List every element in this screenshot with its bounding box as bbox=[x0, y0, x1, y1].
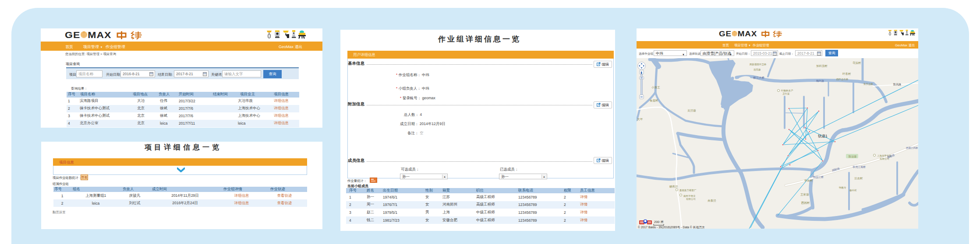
svg-text:韩宜江桥: 韩宜江桥 bbox=[813, 175, 824, 178]
svg-text:卫生室: 卫生室 bbox=[782, 92, 790, 95]
svg-text:豆农村: 豆农村 bbox=[854, 177, 863, 180]
svg-text:央泰泾: 央泰泾 bbox=[708, 199, 716, 202]
svg-text:寺浜村: 寺浜村 bbox=[853, 61, 861, 65]
svg-text:西塘江四桥: 西塘江四桥 bbox=[906, 146, 918, 150]
svg-text:小潘王: 小潘王 bbox=[651, 86, 660, 89]
svg-text:嘉泰新力模塑厂: 嘉泰新力模塑厂 bbox=[679, 189, 697, 192]
svg-text:轨迹1: 轨迹1 bbox=[818, 134, 828, 138]
svg-text:杨令村: 杨令村 bbox=[849, 189, 857, 192]
svg-text:吴泾塘: 吴泾塘 bbox=[687, 109, 696, 112]
svg-text:▮: ▮ bbox=[640, 71, 642, 74]
svg-text:横江大桥: 横江大桥 bbox=[753, 76, 765, 80]
svg-text:酉阡泾石桥: 酉阡泾石桥 bbox=[836, 78, 849, 81]
svg-text:两新塘陈环卫桥: 两新塘陈环卫桥 bbox=[750, 63, 767, 66]
svg-text:梅叶路: 梅叶路 bbox=[816, 80, 824, 83]
svg-text:西园村: 西园村 bbox=[801, 201, 810, 205]
svg-text:连先肠: 连先肠 bbox=[754, 68, 761, 71]
svg-text:© 2017 Baidu - 39(2016)2089号 -: © 2017 Baidu - 39(2016)2089号 - Data © 长地… bbox=[638, 226, 705, 229]
svg-text:200 米: 200 米 bbox=[654, 220, 664, 224]
svg-text:东升泾桥: 东升泾桥 bbox=[863, 83, 874, 86]
svg-text:晒布泾: 晒布泾 bbox=[669, 185, 678, 188]
svg-text:叶翻桥农户: 叶翻桥农户 bbox=[781, 89, 793, 92]
svg-text:王家塘: 王家塘 bbox=[800, 193, 809, 196]
svg-text:大坪: 大坪 bbox=[637, 118, 643, 121]
svg-text:金屋村: 金屋村 bbox=[650, 99, 658, 102]
svg-text:亭湾江海桥: 亭湾江海桥 bbox=[853, 165, 866, 169]
svg-text:南田半纸业: 南田半纸业 bbox=[683, 195, 696, 197]
svg-text:陈泾塘: 陈泾塘 bbox=[849, 155, 856, 158]
svg-text:学农村: 学农村 bbox=[804, 179, 813, 182]
svg-text:叶巷村: 叶巷村 bbox=[842, 72, 851, 76]
svg-text:陈高路: 陈高路 bbox=[893, 83, 901, 86]
svg-text:有限公司: 有限公司 bbox=[686, 198, 696, 200]
svg-text:明教寺: 明教寺 bbox=[839, 186, 846, 189]
svg-text:加科浪村: 加科浪村 bbox=[816, 64, 828, 68]
